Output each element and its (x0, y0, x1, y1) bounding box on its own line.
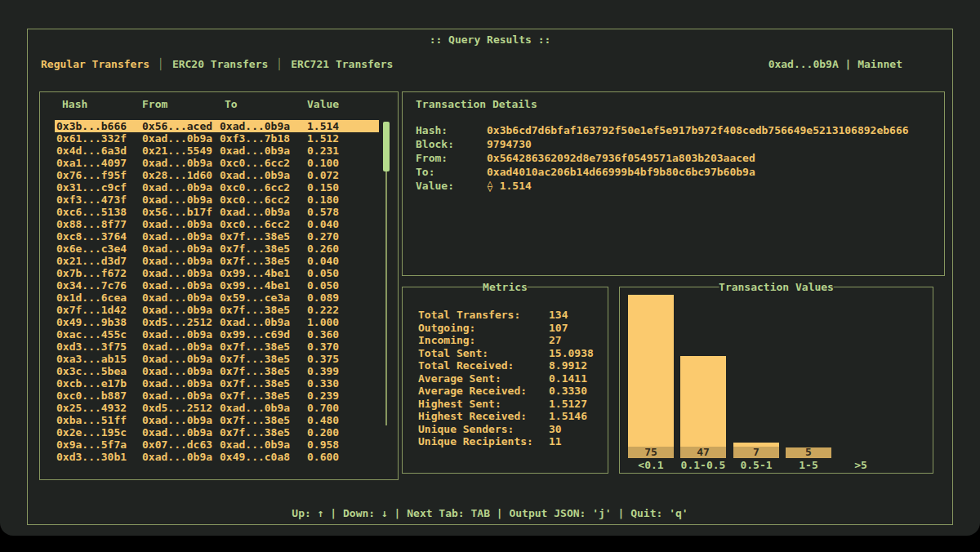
scrollbar[interactable] (383, 122, 390, 425)
table-row[interactable]: 0x61...332f0xad...0b9a0xf3...7b181.512 (55, 132, 379, 145)
table-row[interactable]: 0xba...51ff0xad...0b9a0x7f...38e50.480 (55, 414, 379, 426)
table-cell: 0xc0...b887 (56, 390, 142, 402)
table-cell: 0x6e...c3e4 (56, 243, 142, 255)
metric-value: 0.3330 (549, 385, 587, 398)
metric-label: Total Received: (418, 359, 514, 372)
detail-field: To:0xad4010ac206b14d66999b4bf9b80c6bc97b… (403, 165, 944, 179)
detail-field-value: 0x564286362092d8e7936f0549571a803b203aac… (487, 151, 755, 165)
table-cell: 0.375 (307, 353, 379, 365)
table-cell: 0x7b...f672 (56, 267, 142, 279)
table-cell: 0.072 (307, 169, 379, 181)
table-row[interactable]: 0x21...d3d70xad...0b9a0x7f...38e50.040 (55, 255, 379, 267)
table-row[interactable]: 0xd3...30b10xad...0b9a0x49...c0a80.600 (55, 451, 379, 463)
table-row[interactable]: 0xac...455c0xad...0b9a0x99...c69d0.360 (55, 328, 379, 341)
table-header: Hash From To Value (40, 98, 398, 110)
table-cell: 0xad...0b9a (142, 365, 220, 377)
table-row[interactable]: 0xc8...37640xad...0b9a0x7f...38e50.270 (55, 230, 379, 243)
metric-value: 0.1411 (549, 372, 587, 385)
table-row[interactable]: 0xa3...ab150xad...0b9a0x7f...38e50.375 (55, 353, 379, 365)
chart-bar-value: 47 (680, 447, 726, 458)
table-cell: 0.958 (307, 438, 379, 451)
chart-bar-0.5-1: 7 (733, 443, 779, 458)
table-cell: 0xad...0b9a (142, 451, 220, 463)
tab-bar: Regular Transfers│ERC20 Transfers│ERC721… (41, 58, 393, 70)
metric-value: 8.9912 (549, 359, 587, 372)
help-bar: Up: ↑ | Down: ↓ | Next Tab: TAB | Output… (0, 507, 980, 519)
table-row[interactable]: 0x4d...6a3d0x21...55490xad...0b9a0.231 (55, 145, 379, 157)
metric-label: Highest Sent: (418, 398, 501, 411)
metric-label: Outgoing: (418, 322, 475, 335)
table-row[interactable]: 0x2e...195c0xad...0b9a0x7f...38e50.200 (55, 426, 379, 438)
table-row[interactable]: 0x88...8f770xad...0b9a0xc0...6cc20.040 (55, 218, 379, 230)
table-row[interactable]: 0x25...49320xd5...25120xad...0b9a0.700 (55, 402, 379, 414)
bar-chart: 75<0.1470.1-0.570.5-151-5>5 (620, 287, 933, 473)
table-cell: 0xc0...6cc2 (220, 157, 307, 169)
table-row[interactable]: 0x9a...5f7a0x07...dc630xad...0b9a0.958 (55, 438, 379, 451)
metric-row: Total Transfers:134 (403, 309, 608, 322)
table-row[interactable]: 0x6e...c3e40xad...0b9a0x7f...38e50.260 (55, 243, 379, 255)
table-row[interactable]: 0xcb...e17b0xad...0b9a0x7f...38e50.330 (55, 377, 379, 390)
metric-label: Total Sent: (418, 347, 488, 360)
table-cell: 0.050 (307, 279, 379, 292)
table-cell: 0x28...1d60 (142, 169, 220, 181)
scrollbar-thumb[interactable] (383, 122, 390, 171)
table-row[interactable]: 0x7f...1d420xad...0b9a0x7f...38e50.222 (55, 304, 379, 316)
table-cell: 0xad...0b9a (220, 438, 307, 451)
table-row[interactable]: 0xc6...51380x56...b17f0xad...0b9a0.578 (55, 206, 379, 218)
table-row[interactable]: 0x3c...5bea0xad...0b9a0x7f...38e50.399 (55, 365, 379, 377)
table-cell: 0xc0...6cc2 (220, 194, 307, 206)
table-cell: 0xad...0b9a (142, 218, 220, 230)
table-row[interactable]: 0x76...f95f0x28...1d600xad...0b9a0.072 (55, 169, 379, 181)
table-cell: 0xad...0b9a (220, 316, 307, 328)
metric-label: Highest Received: (418, 410, 527, 423)
table-cell: 0xad...0b9a (142, 243, 220, 255)
metric-row: Outgoing:107 (403, 322, 608, 335)
table-body: 0x3b...b6660x56...aced0xad...0b9a1.5140x… (55, 120, 379, 463)
table-row[interactable]: 0xd3...3f750xad...0b9a0x7f...38e50.370 (55, 341, 379, 353)
table-row[interactable]: 0x7b...f6720xad...0b9a0x99...4be10.050 (55, 267, 379, 279)
chart-bar-<0.1: 75 (628, 295, 674, 458)
table-cell: 0xd3...30b1 (56, 451, 142, 463)
metrics-list: Total Transfers:134Outgoing:107Incoming:… (403, 309, 608, 448)
tab-regular-transfers[interactable]: Regular Transfers (41, 58, 149, 70)
metric-label: Unique Recipients: (418, 435, 533, 448)
chart-bar-value: 7 (733, 447, 779, 458)
tab-erc721-transfers[interactable]: ERC721 Transfers (291, 58, 393, 70)
metric-row: Unique Senders:30 (403, 423, 608, 436)
table-row[interactable]: 0x1d...6cea0xad...0b9a0x59...ce3a0.089 (55, 292, 379, 304)
table-cell: 0x7f...38e5 (220, 365, 307, 377)
details-panel-title: Transaction Details (416, 98, 537, 110)
table-cell: 0xcb...e17b (56, 377, 142, 390)
table-cell: 0.040 (307, 255, 379, 267)
detail-field-value: ⟠ 1.514 (487, 179, 532, 193)
table-cell: 0xd5...2512 (142, 402, 220, 414)
table-row[interactable]: 0xc0...b8870xad...0b9a0x7f...38e50.239 (55, 390, 379, 402)
table-row[interactable]: 0xa1...40970xad...0b9a0xc0...6cc20.100 (55, 157, 379, 169)
table-cell: 1.514 (307, 120, 379, 132)
table-cell: 0.239 (307, 390, 379, 402)
tab-erc20-transfers[interactable]: ERC20 Transfers (172, 58, 268, 70)
metric-label: Average Sent: (418, 372, 501, 385)
chart-x-label: 1-5 (786, 460, 831, 471)
table-cell: 0x99...c69d (220, 328, 307, 341)
table-cell: 0x25...4932 (56, 402, 142, 414)
transfers-panel: Hash From To Value 0x3b...b6660x56...ace… (39, 91, 399, 480)
table-cell: 0.399 (307, 365, 379, 377)
table-cell: 0x7f...38e5 (220, 341, 307, 353)
table-cell: 0x7f...38e5 (220, 426, 307, 438)
table-cell: 0xad...0b9a (220, 145, 307, 157)
table-row[interactable]: 0x3b...b6660x56...aced0xad...0b9a1.514 (55, 120, 379, 132)
table-row[interactable]: 0x34...7c760xad...0b9a0x99...4be10.050 (55, 279, 379, 292)
table-cell: 0.100 (307, 157, 379, 169)
table-cell: 0.270 (307, 230, 379, 243)
table-cell: 0xad...0b9a (220, 402, 307, 414)
detail-field-label: Hash: (416, 123, 448, 137)
table-row[interactable]: 0x31...c9cf0xad...0b9a0xc0...6cc20.150 (55, 181, 379, 194)
table-cell: 0xac...455c (56, 328, 142, 341)
tab-separator: │ (276, 58, 283, 70)
table-row[interactable]: 0x49...9b380xd5...25120xad...0b9a1.000 (55, 316, 379, 328)
metric-row: Average Received:0.3330 (403, 385, 608, 398)
table-row[interactable]: 0xf3...473f0xad...0b9a0xc0...6cc20.180 (55, 194, 379, 206)
detail-field-value: 9794730 (487, 137, 532, 151)
table-cell: 0.370 (307, 341, 379, 353)
